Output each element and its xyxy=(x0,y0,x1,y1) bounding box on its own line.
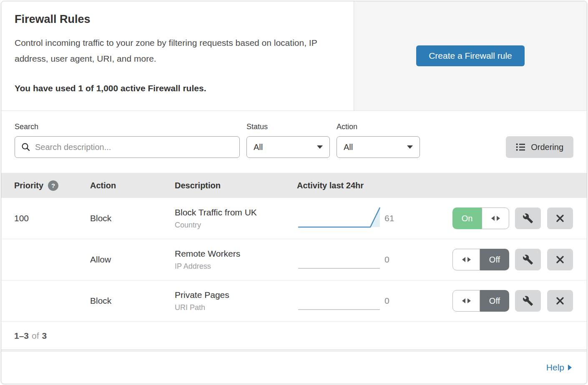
action-select[interactable]: All xyxy=(337,136,420,158)
toggle-on-label: On xyxy=(452,208,482,229)
search-field: Search xyxy=(15,122,240,158)
header-side-panel: Create a Firewall rule xyxy=(354,1,587,110)
activity-count: 0 xyxy=(384,255,422,265)
rule-type: URI Path xyxy=(175,303,297,312)
delete-rule-button[interactable] xyxy=(547,208,573,229)
status-field: Status All xyxy=(246,122,330,158)
header-text-block: Firewall Rules Control incoming traffic … xyxy=(1,1,354,110)
rule-action: Block xyxy=(90,213,175,223)
triangle-left-icon xyxy=(462,257,465,262)
help-link-label: Help xyxy=(546,362,564,372)
activity-sparkline xyxy=(297,204,384,232)
triangle-right-icon xyxy=(467,257,471,262)
delete-rule-button[interactable] xyxy=(547,249,573,270)
help-bar: Help xyxy=(1,351,587,384)
wrench-icon xyxy=(523,213,533,224)
enable-toggle-off[interactable]: Off xyxy=(452,249,509,270)
toggle-knob[interactable] xyxy=(452,290,480,312)
pagination-range: 1–3 xyxy=(14,331,29,341)
help-icon[interactable]: ? xyxy=(48,180,58,191)
rule-priority: 100 xyxy=(14,213,90,223)
arrow-right-icon xyxy=(568,365,572,370)
ordered-list-icon xyxy=(516,142,525,152)
rule-controls: On xyxy=(422,208,573,229)
rule-name: Block Traffic from UK xyxy=(175,208,297,218)
rule-description-cell: Private Pages URI Path xyxy=(175,290,297,312)
rule-type: Country xyxy=(175,221,297,230)
action-label: Action xyxy=(337,122,420,131)
close-icon xyxy=(555,213,565,223)
search-label: Search xyxy=(15,122,240,131)
activity-count: 0 xyxy=(384,296,422,306)
filter-bar: Search Status All Action All xyxy=(1,111,587,173)
priority-header-label: Priority xyxy=(14,181,43,190)
ordering-button[interactable]: Ordering xyxy=(506,136,573,158)
column-description: Description xyxy=(175,181,297,190)
search-input-wrap xyxy=(15,136,240,158)
status-selected-value: All xyxy=(254,142,263,152)
action-field: Action All xyxy=(337,122,420,158)
triangle-right-icon xyxy=(497,216,500,221)
rule-name: Private Pages xyxy=(175,290,297,300)
edit-rule-button[interactable] xyxy=(515,208,541,229)
triangle-right-icon xyxy=(467,298,471,303)
toggle-knob[interactable] xyxy=(482,208,509,229)
status-label: Status xyxy=(246,122,330,131)
toggle-off-label: Off xyxy=(480,290,509,312)
table-row: Block Private Pages URI Path 0 Off xyxy=(1,280,587,322)
close-icon xyxy=(555,255,565,265)
create-firewall-rule-button[interactable]: Create a Firewall rule xyxy=(416,45,525,66)
page-title: Firewall Rules xyxy=(15,13,340,26)
rule-action: Block xyxy=(90,296,175,306)
chevron-down-icon xyxy=(317,145,323,149)
rule-controls: Off xyxy=(422,290,573,312)
column-action: Action xyxy=(90,181,175,190)
edit-rule-button[interactable] xyxy=(515,290,541,312)
help-link[interactable]: Help xyxy=(546,362,572,372)
enable-toggle-on[interactable]: On xyxy=(452,208,509,229)
table-row: Allow Remote Workers IP Address 0 Off xyxy=(1,239,587,280)
chevron-down-icon xyxy=(407,145,413,149)
triangle-left-icon xyxy=(462,298,465,303)
firewall-rules-page: Firewall Rules Control incoming traffic … xyxy=(1,1,587,384)
activity-count: 61 xyxy=(384,213,422,223)
close-icon xyxy=(555,296,565,306)
enable-toggle-off[interactable]: Off xyxy=(452,290,509,312)
rule-action: Allow xyxy=(90,255,175,265)
table-header-row: Priority ? Action Description Activity l… xyxy=(1,173,587,198)
delete-rule-button[interactable] xyxy=(547,290,573,312)
rule-description-cell: Block Traffic from UK Country xyxy=(175,208,297,230)
table-row: 100 Block Block Traffic from UK Country … xyxy=(1,198,587,239)
column-priority: Priority ? xyxy=(14,180,90,191)
toggle-off-label: Off xyxy=(480,249,509,270)
rule-type: IP Address xyxy=(175,262,297,271)
rule-name: Remote Workers xyxy=(175,249,297,259)
search-icon xyxy=(21,142,31,152)
activity-sparkline xyxy=(297,245,384,274)
edit-rule-button[interactable] xyxy=(515,249,541,270)
wrench-icon xyxy=(523,254,533,265)
usage-summary: You have used 1 of 1,000 active Firewall… xyxy=(15,83,340,93)
wrench-icon xyxy=(523,295,533,306)
pagination-of: of xyxy=(32,331,39,341)
rule-controls: Off xyxy=(422,249,573,270)
pagination-total: 3 xyxy=(42,331,47,341)
rule-description-cell: Remote Workers IP Address xyxy=(175,249,297,271)
header-section: Firewall Rules Control incoming traffic … xyxy=(1,1,587,111)
pagination: 1–3 of 3 xyxy=(1,322,587,350)
ordering-button-label: Ordering xyxy=(531,142,563,152)
toggle-knob[interactable] xyxy=(452,249,480,270)
column-activity: Activity last 24hr xyxy=(297,181,384,190)
search-input[interactable] xyxy=(15,136,240,158)
activity-sparkline xyxy=(297,287,384,315)
page-description: Control incoming traffic to your zone by… xyxy=(15,35,336,67)
triangle-left-icon xyxy=(491,216,495,221)
action-selected-value: All xyxy=(344,142,353,152)
status-select[interactable]: All xyxy=(246,136,330,158)
